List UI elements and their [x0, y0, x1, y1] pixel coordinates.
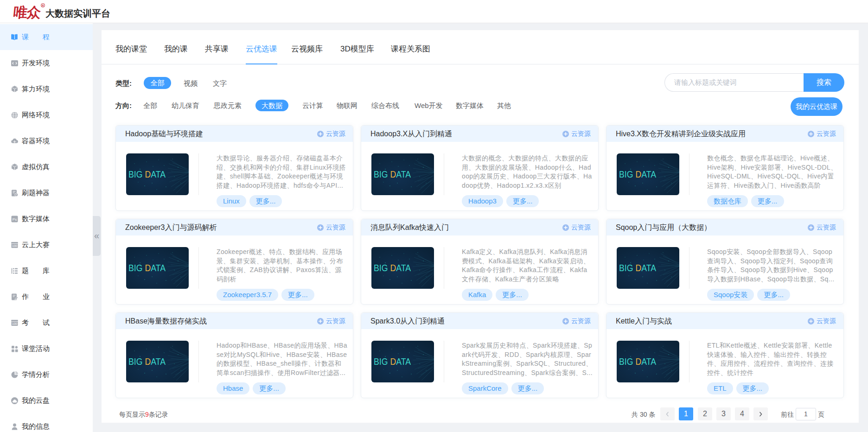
svg-text:Ps: Ps	[13, 217, 17, 222]
svg-text:100: 100	[12, 322, 17, 325]
svg-text:100: 100	[12, 244, 17, 247]
